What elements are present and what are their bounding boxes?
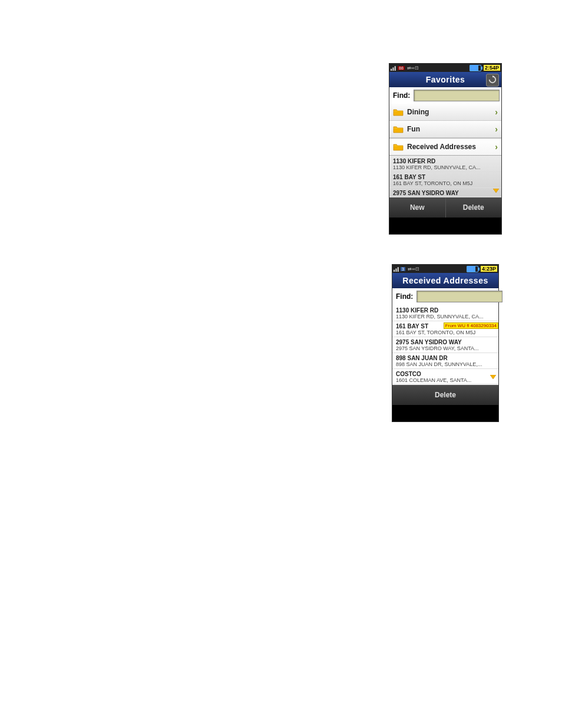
folder-icon (393, 143, 404, 151)
folder-icon (393, 108, 404, 116)
address-title: 2975 SAN YSIDRO WAY (396, 339, 495, 345)
find-input[interactable] (416, 291, 503, 302)
find-bar: Find: (392, 288, 498, 305)
carrier-badge: 3 (401, 267, 405, 271)
category-list: Dining › Fun › Received Addresses › (389, 104, 501, 156)
address-item[interactable]: 161 BAY ST From WU fl 4083290334 161 BAY… (392, 321, 498, 337)
address-title: 161 BAY ST (393, 174, 498, 180)
status-misc-icons: ⇄∞⊡ (407, 65, 419, 71)
address-title: COSTCO (396, 371, 495, 377)
category-label: Received Addresses (407, 143, 476, 151)
new-button[interactable]: New (389, 197, 446, 218)
battery-icon (467, 266, 478, 272)
address-detail: 898 SAN JUAN DR, SUNNYVALE,... (396, 361, 495, 367)
scroll-down-icon[interactable] (490, 375, 496, 380)
chevron-right-icon: › (495, 107, 498, 117)
delete-button[interactable]: Delete (392, 385, 498, 405)
find-label: Find: (396, 292, 413, 301)
category-label: Dining (407, 108, 429, 116)
title-bar: Received Addresses (392, 273, 498, 288)
address-title: 2975 SAN YSIDRO WAY (393, 190, 498, 196)
bottom-toolbar: New Delete (389, 197, 501, 218)
folder-icon (393, 125, 404, 133)
refresh-icon (488, 75, 497, 85)
find-label: Find: (393, 91, 410, 100)
address-list: 1130 KIFER RD 1130 KIFER RD, SUNNYVALE, … (392, 305, 498, 385)
status-bar: 3 ⇄∞⊡ 4:23P (392, 265, 498, 273)
address-item[interactable]: 1130 KIFER RD 1130 KIFER RD, SUNNYVALE, … (389, 156, 501, 172)
address-detail: 1130 KIFER RD, SUNNYVALE, CA... (396, 314, 495, 319)
from-tag: From WU fl 4083290334 (444, 322, 498, 329)
scroll-down-icon[interactable] (493, 189, 499, 193)
delete-button[interactable]: Delete (446, 197, 502, 218)
address-detail: 161 BAY ST, TORONTO, ON M5J (393, 180, 498, 186)
new-button-label: New (410, 203, 425, 212)
address-detail: 1130 KIFER RD, SUNNYVALE, CA... (393, 164, 498, 170)
status-misc-icons: ⇄∞⊡ (408, 266, 419, 272)
address-detail: 2975 SAN YSIDRO WAY, SANTA... (396, 345, 495, 351)
address-item[interactable]: COSTCO 1601 COLEMAN AVE, SANTA... (392, 369, 498, 384)
carrier-badge: 88 (398, 66, 405, 70)
category-received-addresses[interactable]: Received Addresses › (389, 138, 501, 156)
address-detail: 161 BAY ST, TORONTO, ON M5J (396, 330, 495, 335)
category-label: Fun (407, 125, 420, 133)
address-item[interactable]: 1130 KIFER RD 1130 KIFER RD, SUNNYVALE, … (392, 305, 498, 321)
address-title: 1130 KIFER RD (393, 158, 498, 164)
find-input[interactable] (414, 90, 500, 101)
chevron-right-icon: › (495, 142, 498, 151)
device-chin (392, 405, 498, 421)
address-title: 898 SAN JUAN DR (396, 355, 495, 361)
bottom-toolbar: Delete (392, 385, 498, 405)
signal-icon (394, 266, 399, 272)
category-fun[interactable]: Fun › (389, 121, 501, 138)
address-item[interactable]: 2975 SAN YSIDRO WAY (389, 188, 501, 197)
phone-favorites: 88 ⇄∞⊡ 2:54P Favorites Find: Dining › Fu… (389, 63, 502, 235)
phone-received-addresses: 3 ⇄∞⊡ 4:23P Received Addresses Find: 113… (392, 264, 499, 422)
signal-icon (391, 65, 396, 71)
address-title: 1130 KIFER RD (396, 307, 495, 314)
title-bar: Favorites (389, 72, 501, 87)
status-time: 2:54P (484, 65, 500, 71)
page-title: Received Addresses (402, 276, 488, 285)
battery-icon (470, 65, 481, 71)
page-title: Favorites (426, 75, 465, 84)
address-item[interactable]: 161 BAY ST 161 BAY ST, TORONTO, ON M5J (389, 172, 501, 188)
status-time: 4:23P (481, 266, 497, 272)
address-item[interactable]: 898 SAN JUAN DR 898 SAN JUAN DR, SUNNYVA… (392, 353, 498, 369)
chevron-right-icon: › (495, 124, 498, 134)
delete-button-label: Delete (463, 203, 484, 212)
status-bar: 88 ⇄∞⊡ 2:54P (389, 64, 501, 72)
category-dining[interactable]: Dining › (389, 104, 501, 121)
refresh-button[interactable] (486, 74, 499, 87)
delete-button-label: Delete (435, 391, 456, 399)
address-preview-list: 1130 KIFER RD 1130 KIFER RD, SUNNYVALE, … (389, 156, 501, 197)
device-chin (389, 218, 501, 234)
address-item[interactable]: 2975 SAN YSIDRO WAY 2975 SAN YSIDRO WAY,… (392, 337, 498, 353)
address-detail: 1601 COLEMAN AVE, SANTA... (396, 377, 495, 383)
find-bar: Find: (389, 87, 501, 104)
